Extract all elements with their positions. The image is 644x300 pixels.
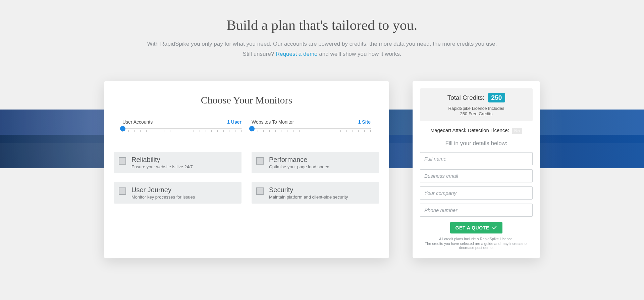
magecart-toggle-line: Magecart Attack Detection Licence: No	[420, 127, 533, 134]
page-title: Build a plan that's tailored to you.	[7, 17, 637, 33]
checkbox-icon[interactable]	[119, 187, 126, 195]
slider-ticks	[122, 130, 241, 132]
monitor-desc: Monitor key processes for issues	[131, 195, 195, 200]
fine-print-2: The credits you have selected are a guid…	[420, 242, 533, 250]
monitor-title: User Journey	[131, 186, 195, 194]
monitor-security[interactable]: Security Maintain platform and client-si…	[252, 182, 379, 204]
slider-ticks	[252, 130, 371, 132]
monitor-reliability[interactable]: Reliability Ensure your website is live …	[114, 152, 241, 173]
monitor-performance[interactable]: Performance Optimise your page load spee…	[252, 152, 379, 173]
get-quote-button[interactable]: GET A QUOTE	[450, 222, 503, 233]
monitor-desc: Ensure your website is live 24/7	[131, 164, 193, 169]
company-field[interactable]	[420, 186, 533, 200]
magecart-toggle[interactable]: No	[512, 128, 522, 134]
hero-sub2-pre: Still unsure?	[243, 51, 276, 57]
hero-subtitle-1: With RapidSpike you only pay for what yo…	[7, 41, 637, 47]
monitor-title: Performance	[269, 156, 329, 164]
total-credits-value: 250	[488, 93, 505, 102]
form-title: Fill in your details below:	[420, 140, 533, 147]
slider-value: 1 Site	[358, 119, 371, 125]
monitor-title: Security	[269, 186, 348, 194]
slider-track[interactable]	[252, 128, 371, 129]
choose-monitors-card: Choose Your Monitors User Accounts 1 Use…	[104, 81, 389, 258]
slider-value: 1 User	[227, 119, 241, 125]
slider-thumb[interactable]	[120, 126, 125, 131]
full-name-field[interactable]	[420, 152, 533, 165]
summary-line-2: 250 Free Credits	[425, 111, 528, 116]
choose-monitors-title: Choose Your Monitors	[114, 94, 379, 106]
hero-sub2-post: and we'll show you how it works.	[318, 51, 401, 57]
slider-thumb[interactable]	[249, 126, 255, 131]
magecart-label: Magecart Attack Detection Licence:	[430, 127, 509, 133]
monitor-desc: Optimise your page load speed	[269, 164, 329, 169]
monitor-desc: Maintain platform and client-side securi…	[269, 195, 348, 200]
quote-form-card: Total Credits: 250 RapidSpike Licence In…	[413, 81, 540, 258]
websites-slider[interactable]: Websites To Monitor 1 Site	[252, 119, 371, 132]
monitor-title: Reliability	[131, 156, 193, 164]
total-credits-label: Total Credits:	[447, 94, 485, 101]
slider-label: Websites To Monitor	[252, 119, 294, 125]
monitor-user-journey[interactable]: User Journey Monitor key processes for i…	[114, 182, 241, 204]
checkbox-icon[interactable]	[256, 187, 264, 195]
credits-summary: Total Credits: 250 RapidSpike Licence In…	[420, 88, 533, 121]
checkbox-icon[interactable]	[119, 157, 126, 165]
user-accounts-slider[interactable]: User Accounts 1 User	[122, 119, 241, 132]
fine-print-1: All credit plans include a RapidSpike Li…	[420, 237, 533, 241]
hero-subtitle-2: Still unsure? Request a demo and we'll s…	[7, 51, 637, 57]
hero-section: Build a plan that's tailored to you. Wit…	[0, 0, 644, 71]
slider-track[interactable]	[122, 128, 241, 129]
request-demo-link[interactable]: Request a demo	[276, 51, 318, 57]
summary-line-1: RapidSpike Licence Includes	[425, 106, 528, 111]
business-email-field[interactable]	[420, 169, 533, 182]
get-quote-label: GET A QUOTE	[455, 225, 489, 230]
checkbox-icon[interactable]	[256, 157, 264, 165]
check-icon	[492, 225, 497, 230]
slider-label: User Accounts	[122, 119, 153, 125]
phone-field[interactable]	[420, 204, 533, 217]
